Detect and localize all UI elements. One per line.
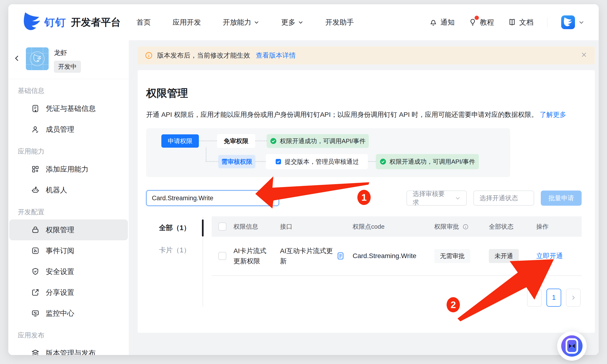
- sidebar-item-version[interactable]: 版本管理与发布: [8, 343, 129, 355]
- bell-icon: [429, 18, 438, 26]
- app-info: 龙虾 开发中: [8, 44, 129, 79]
- top-navbar: 钉钉 开发者平台 首页 应用开发 开放能力 更多 开发助手 通知: [8, 4, 599, 40]
- share-icon: [31, 288, 40, 297]
- version-banner: 版本发布后，当前修改才能生效 查看版本详情: [138, 46, 595, 65]
- tutorial-button[interactable]: 教程: [469, 17, 494, 27]
- close-icon[interactable]: [580, 51, 588, 60]
- sidebar-item-members[interactable]: 成员管理: [8, 119, 129, 140]
- active-tab-indicator: [202, 220, 204, 236]
- rss-icon: [31, 247, 40, 255]
- flow-submit-node: 提交版本，管理员审核通过: [266, 154, 368, 169]
- tab-card[interactable]: 卡片（1）: [146, 239, 203, 261]
- sidebar-item-permission[interactable]: 权限管理: [9, 220, 128, 240]
- flow-success-node-1: 权限开通成功，可调用API/事件: [267, 134, 369, 148]
- col-permission: 权限信息: [234, 222, 280, 231]
- checkbox-icon: [275, 158, 282, 165]
- user-icon: [31, 125, 40, 134]
- step-badge-1: 1: [357, 190, 371, 205]
- sidebar-item-add-capability[interactable]: 添加应用能力: [8, 159, 129, 180]
- select-all-checkbox[interactable]: [218, 222, 226, 231]
- chevron-down-icon: [298, 19, 304, 25]
- nav-open-capability[interactable]: 开放能力: [223, 17, 259, 27]
- header-actions: 通知 教程 文档: [429, 15, 584, 29]
- review-filter-select[interactable]: 选择审核要求: [406, 191, 467, 206]
- chevron-down-icon: [254, 19, 259, 25]
- chevron-left-icon: [531, 295, 538, 301]
- prev-page-button[interactable]: [527, 289, 542, 307]
- logo-brand-text: 钉钉: [44, 15, 66, 29]
- header-divider: [547, 17, 547, 27]
- table-header: 权限信息 接口 权限点code 权限审批 全部状态 操作: [212, 216, 582, 237]
- table-row: AI卡片流式更新权限 AI互动卡片流式更新 Ca: [212, 237, 582, 276]
- logo-suffix-text: 开发者平台: [71, 16, 121, 29]
- main-nav: 首页 应用开发 开放能力 更多 开发助手: [137, 17, 354, 27]
- flow-connector: [255, 161, 266, 162]
- col-review: 权限审批: [434, 222, 489, 231]
- sidebar-item-robot[interactable]: 机器人: [8, 180, 129, 200]
- nav-home[interactable]: 首页: [137, 17, 151, 27]
- app-avatar-wing-sketch: [26, 47, 49, 70]
- back-button[interactable]: [14, 53, 21, 64]
- flow-connector: [206, 148, 207, 161]
- sidebar-item-security[interactable]: 安全设置: [8, 261, 129, 282]
- open-now-link[interactable]: 立即开通: [536, 252, 563, 260]
- status-filter-select[interactable]: 选择开通状态: [473, 191, 534, 206]
- flow-success-node-2: 权限开通成功，可调用API/事件: [376, 154, 479, 169]
- status-tag: 未开通: [489, 249, 519, 263]
- permission-name: AI卡片流式更新权限: [234, 246, 267, 266]
- lock-icon: [31, 226, 40, 234]
- docs-button[interactable]: 文档: [508, 17, 533, 27]
- search-input[interactable]: [146, 190, 279, 206]
- page-1-button[interactable]: 1: [547, 289, 561, 307]
- col-status: 全部状态: [489, 222, 536, 231]
- chevron-down-icon: [455, 195, 461, 201]
- api-doc-icon[interactable]: [337, 252, 344, 260]
- category-tabs: 全部（1） 卡片（1）: [146, 216, 203, 307]
- sidebar-item-events[interactable]: 事件订阅: [8, 240, 129, 261]
- notifications-button[interactable]: 通知: [429, 17, 455, 27]
- assistant-float-button[interactable]: [557, 331, 587, 361]
- clear-search-icon[interactable]: [268, 195, 275, 202]
- learn-more-link[interactable]: 了解更多: [540, 111, 566, 118]
- review-tag: 无需审批: [434, 249, 470, 263]
- account-menu[interactable]: [561, 15, 584, 29]
- flow-connector: [206, 161, 218, 162]
- col-api: 接口: [280, 222, 353, 231]
- book-icon: [508, 18, 516, 26]
- check-circle-icon: [379, 158, 386, 165]
- sidebar: 龙虾 开发中 基础信息 凭证与基础信息 成: [8, 40, 129, 355]
- notification-dot: [475, 16, 479, 20]
- sidebar-item-share[interactable]: 分享设置: [8, 282, 129, 303]
- section-app-capability: 应用能力: [8, 140, 129, 159]
- banner-text: 版本发布后，当前修改才能生效: [157, 51, 250, 60]
- page-title: 权限管理: [146, 86, 582, 100]
- step-badge-2: 2: [447, 297, 460, 312]
- banner-link[interactable]: 查看版本详情: [256, 51, 296, 60]
- col-action: 操作: [536, 222, 582, 231]
- chevron-left-icon: [14, 53, 21, 63]
- layers-icon: [31, 349, 40, 355]
- permission-flow-diagram: 申请权限 免审权限 权限开通成功，可调用API/事件 需审核权限 提交版本，管理…: [146, 128, 510, 177]
- check-circle-icon: [270, 137, 277, 144]
- table-zone: 全部（1） 卡片（1） 权限信息 接口 权限点code: [146, 216, 582, 307]
- sidebar-item-credentials[interactable]: 凭证与基础信息: [8, 98, 129, 119]
- batch-apply-button[interactable]: 批量申请: [541, 191, 582, 206]
- nav-more[interactable]: 更多: [281, 17, 304, 27]
- api-name: AI互动卡片流式更新: [280, 246, 333, 266]
- app-status-badge: 开发中: [54, 61, 81, 73]
- monitor-icon: [31, 309, 40, 318]
- avatar-wing-icon: [564, 17, 573, 27]
- next-page-button[interactable]: [566, 289, 581, 307]
- flow-apply-button[interactable]: 申请权限: [161, 134, 199, 148]
- app-avatar: [26, 47, 49, 70]
- sidebar-item-monitor[interactable]: 监控中心: [8, 303, 129, 324]
- dingtalk-logo[interactable]: 钉钉 开发者平台: [24, 12, 121, 32]
- nav-app-dev[interactable]: 应用开发: [173, 17, 201, 27]
- nav-dev-assistant[interactable]: 开发助手: [325, 17, 354, 27]
- tab-all[interactable]: 全部（1）: [146, 217, 203, 239]
- section-basic-info: 基础信息: [8, 79, 129, 98]
- section-app-release: 应用发布: [8, 324, 129, 343]
- flow-need-review-node: 需审核权限: [218, 155, 255, 168]
- robot-icon: [31, 186, 40, 194]
- row-checkbox[interactable]: [218, 252, 226, 260]
